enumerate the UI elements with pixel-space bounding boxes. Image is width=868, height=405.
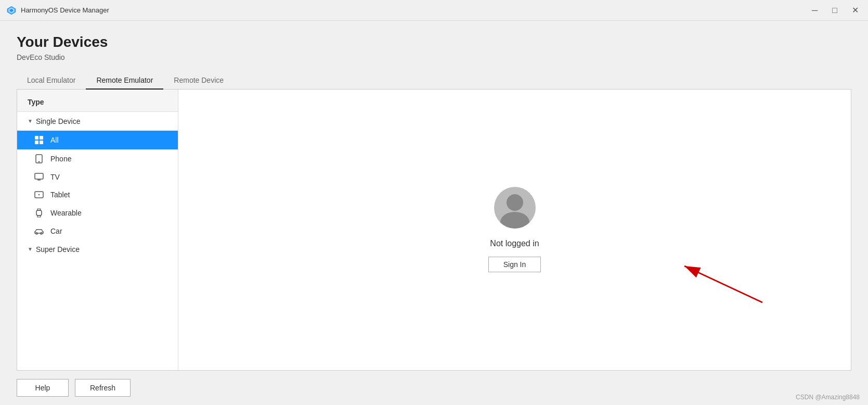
titlebar-controls: ─ □ ✕	[809, 5, 862, 16]
svg-rect-15	[37, 216, 41, 217]
minimize-button[interactable]: ─	[809, 5, 821, 16]
tv-label: TV	[50, 173, 60, 181]
svg-rect-14	[37, 209, 41, 210]
phone-icon	[34, 154, 44, 163]
bottom-bar: Help Refresh	[17, 379, 851, 405]
chevron-down-icon: ▼	[28, 118, 33, 124]
tabs-bar: Local Emulator Remote Emulator Remote De…	[17, 72, 851, 90]
body-area: Type ▼ Single Device All	[17, 90, 851, 371]
sidebar-item-phone[interactable]: Phone	[17, 149, 178, 168]
svg-rect-8	[38, 161, 40, 162]
svg-rect-9	[35, 173, 43, 179]
sidebar-type-header: Type	[17, 90, 178, 112]
car-icon	[34, 227, 44, 235]
sidebar-section-super-device[interactable]: ▼ Super Device	[17, 240, 178, 259]
chevron-right-icon: ▼	[28, 246, 33, 252]
not-logged-text: Not logged in	[490, 239, 539, 248]
phone-label: Phone	[50, 155, 71, 163]
sidebar-item-all[interactable]: All	[17, 131, 178, 149]
app-title: HarmonyOS Device Manager	[21, 6, 109, 14]
help-button[interactable]: Help	[17, 379, 69, 397]
svg-point-12	[38, 194, 40, 195]
close-button[interactable]: ✕	[849, 5, 862, 16]
harmonyos-logo-icon	[6, 5, 17, 16]
maximize-button[interactable]: □	[829, 5, 840, 16]
page-subtitle: DevEco Studio	[17, 53, 851, 61]
watermark: CSDN @Amazing8848	[796, 394, 860, 401]
svg-line-19	[684, 266, 762, 302]
main-panel: Not logged in Sign In	[178, 90, 851, 370]
page-title: Your Devices	[17, 33, 851, 51]
main-content: Your Devices DevEco Studio Local Emulato…	[0, 21, 868, 405]
arrow-annotation	[664, 256, 768, 308]
wearable-icon	[34, 208, 44, 218]
sidebar-item-car[interactable]: Car	[17, 222, 178, 240]
all-icon	[34, 135, 44, 145]
car-label: Car	[50, 227, 62, 235]
single-device-label: Single Device	[36, 117, 81, 125]
refresh-button[interactable]: Refresh	[75, 379, 131, 397]
tab-local-emulator[interactable]: Local Emulator	[17, 72, 86, 90]
tablet-icon	[34, 191, 44, 198]
tv-icon	[34, 173, 44, 181]
sidebar-item-wearable[interactable]: Wearable	[17, 204, 178, 222]
tab-remote-emulator[interactable]: Remote Emulator	[86, 72, 163, 90]
svg-rect-6	[40, 141, 43, 144]
all-label: All	[50, 136, 59, 144]
svg-rect-4	[40, 136, 43, 140]
svg-rect-10	[37, 180, 41, 181]
svg-rect-13	[36, 210, 42, 216]
sidebar-item-tv[interactable]: TV	[17, 168, 178, 186]
sidebar: Type ▼ Single Device All	[17, 90, 178, 370]
tablet-label: Tablet	[50, 191, 70, 199]
titlebar: HarmonyOS Device Manager ─ □ ✕	[0, 0, 868, 21]
svg-rect-3	[35, 136, 38, 140]
titlebar-left: HarmonyOS Device Manager	[6, 5, 109, 16]
tab-remote-device[interactable]: Remote Device	[163, 72, 234, 90]
sidebar-section-single-device[interactable]: ▼ Single Device	[17, 112, 178, 131]
svg-rect-5	[35, 141, 38, 144]
wearable-label: Wearable	[50, 209, 82, 217]
sidebar-item-tablet[interactable]: Tablet	[17, 186, 178, 204]
super-device-label: Super Device	[36, 245, 80, 254]
avatar	[494, 187, 536, 229]
sign-in-button[interactable]: Sign In	[488, 257, 541, 272]
